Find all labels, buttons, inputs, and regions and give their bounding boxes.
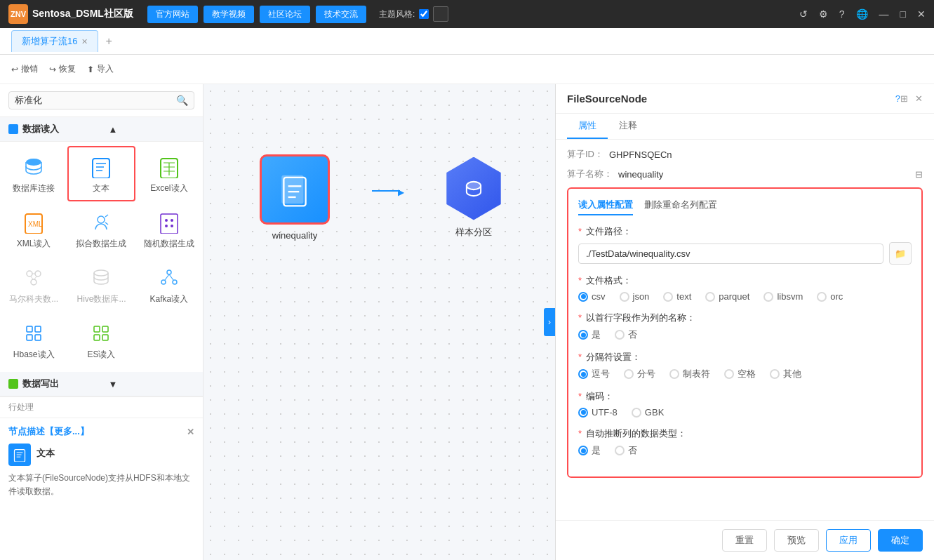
sidebar-item-excel[interactable]: Excel读入 — [135, 146, 203, 201]
redo-button[interactable]: ↪ 恢复 — [49, 63, 76, 75]
tutorial-video-button[interactable]: 教学视频 — [204, 6, 254, 23]
sidebar-item-es[interactable]: ES读入 — [67, 312, 135, 368]
format-text[interactable]: text — [663, 291, 691, 302]
file-path-input[interactable] — [578, 244, 883, 264]
delimiter-space[interactable]: 空格 — [724, 368, 756, 380]
desc-close-button[interactable]: ✕ — [187, 427, 194, 437]
search-input[interactable] — [15, 95, 176, 106]
utf8-radio[interactable] — [578, 408, 588, 418]
format-libsvm[interactable]: libsvm — [763, 291, 803, 302]
community-forum-button[interactable]: 社区论坛 — [260, 6, 310, 23]
auto-infer-no[interactable]: 否 — [615, 444, 637, 457]
es-icon — [88, 321, 114, 346]
sidebar-item-hbase[interactable]: Hbase读入 — [0, 312, 67, 368]
reset-button[interactable]: 重置 — [722, 529, 767, 552]
sidebar-item-xml[interactable]: XML XML读入 — [0, 201, 67, 257]
libsvm-radio[interactable] — [763, 292, 773, 302]
more-link[interactable]: 节点描述【更多...】 — [8, 425, 89, 438]
official-site-button[interactable]: 官方网站 — [147, 6, 198, 23]
delimiter-semicolon[interactable]: 分号 — [624, 368, 655, 380]
format-csv[interactable]: csv — [578, 291, 606, 302]
desc-header: 节点描述【更多...】 ✕ — [8, 425, 194, 438]
minimize-icon[interactable]: — — [879, 8, 889, 20]
encoding-gbk[interactable]: GBK — [632, 407, 664, 418]
sidebar-item-synthetic-data[interactable]: 拟合数据生成 — [67, 201, 135, 257]
format-orc[interactable]: orc — [817, 291, 843, 302]
import-icon: ⬆ — [87, 65, 94, 74]
preview-button[interactable]: 预览 — [774, 529, 819, 552]
encoding-utf8[interactable]: UTF-8 — [578, 407, 618, 418]
auto-infer-no-radio[interactable] — [615, 446, 625, 455]
header-yes[interactable]: 是 — [578, 328, 601, 341]
algo-id-value: GHPFNSQECn — [609, 149, 672, 160]
delimiter-tab[interactable]: 制表符 — [669, 368, 710, 380]
config-tab-input[interactable]: 读入属性配置 — [578, 199, 633, 215]
sidebar-item-db-connect[interactable]: 数据库连接 — [0, 146, 67, 201]
sidebar-item-random-data[interactable]: 随机数据生成 — [135, 201, 203, 257]
tab-comments[interactable]: 注释 — [608, 114, 648, 139]
import-button[interactable]: ⬆ 导入 — [87, 63, 114, 75]
panel-expand-icon[interactable]: ⊞ — [900, 93, 908, 104]
undo-button[interactable]: ↩ 撤销 — [11, 63, 38, 75]
gbk-radio[interactable] — [632, 408, 641, 418]
node-sample-partition-box[interactable] — [442, 157, 505, 220]
auto-infer-yes-radio[interactable] — [578, 446, 588, 455]
csv-radio[interactable] — [578, 292, 588, 302]
tech-exchange-button[interactable]: 技术交流 — [316, 6, 366, 23]
semicolon-radio[interactable] — [624, 369, 634, 379]
globe-icon[interactable]: 🌐 — [856, 8, 868, 20]
app-name: Sentosa_DSML社区版 — [32, 8, 133, 20]
header-no-radio[interactable] — [615, 330, 625, 340]
refresh-icon[interactable]: ↺ — [799, 8, 808, 20]
auto-infer-yes[interactable]: 是 — [578, 444, 601, 457]
expand-button[interactable]: › — [544, 308, 555, 336]
db-connect-label: 数据库连接 — [13, 182, 55, 194]
tab-radio[interactable] — [669, 369, 679, 379]
parquet-radio[interactable] — [705, 292, 715, 302]
panel-close-button[interactable]: ✕ — [915, 93, 923, 104]
algo-name-edit-icon[interactable]: ⊟ — [915, 169, 923, 180]
text-radio[interactable] — [663, 292, 673, 302]
sidebar-section-header-data-output[interactable]: 数据写出 ▼ — [0, 372, 203, 396]
share-icon[interactable]: ⚙ — [819, 8, 828, 20]
excel-icon — [156, 154, 182, 180]
delimiter-comma[interactable]: 逗号 — [578, 368, 610, 380]
json-radio[interactable] — [620, 292, 629, 302]
theme-checkbox[interactable] — [419, 9, 429, 19]
comma-radio[interactable] — [578, 369, 588, 379]
format-parquet[interactable]: parquet — [705, 291, 749, 302]
node-winequality[interactable]: winequality — [260, 154, 330, 241]
text-icon — [88, 154, 114, 180]
folder-browse-button[interactable]: 📁 — [889, 242, 912, 265]
close-icon[interactable]: ✕ — [917, 8, 926, 20]
maximize-icon[interactable]: □ — [900, 8, 906, 20]
sidebar-item-kafka[interactable]: Kafka读入 — [135, 257, 203, 312]
tab-properties[interactable]: 属性 — [567, 114, 608, 139]
confirm-button[interactable]: 确定 — [878, 529, 923, 552]
header-yes-radio[interactable] — [578, 330, 588, 340]
header-no[interactable]: 否 — [615, 328, 637, 341]
format-json[interactable]: json — [620, 291, 650, 302]
kafka-label: Kafka读入 — [149, 293, 188, 305]
help-icon[interactable]: ? — [839, 8, 845, 20]
main-layout: 🔍 数据读入 ▲ 数据库连接 — [0, 84, 934, 560]
sidebar-item-text[interactable]: 文本 — [67, 146, 135, 201]
node-winequality-box[interactable] — [260, 154, 330, 225]
config-delimiter: * 分隔符设置： 逗号 分号 — [578, 351, 912, 380]
orc-radio[interactable] — [817, 292, 827, 302]
hive-icon — [88, 265, 114, 291]
config-tab-rename[interactable]: 删除重命名列配置 — [644, 199, 717, 215]
node-sample-partition[interactable]: 样本分区 — [442, 157, 505, 239]
apply-button[interactable]: 应用 — [826, 529, 871, 552]
config-encoding: * 编码： UTF-8 GBK — [578, 390, 912, 418]
tab-close-icon[interactable]: ✕ — [81, 37, 88, 46]
canvas-area[interactable]: winequality ▶ 样本分区 › — [204, 84, 555, 560]
tab-add-button[interactable]: + — [101, 35, 116, 48]
space-radio[interactable] — [724, 369, 734, 379]
sidebar-section-header-data-input[interactable]: 数据读入 ▲ — [0, 117, 203, 142]
other-radio[interactable] — [770, 369, 780, 379]
panel-help-icon[interactable]: ? — [895, 93, 900, 104]
tab-workflow[interactable]: 新增算子流16 ✕ — [11, 30, 98, 52]
delimiter-other[interactable]: 其他 — [770, 368, 801, 380]
auto-infer-label: * 自动推断列的数据类型： — [578, 427, 912, 440]
